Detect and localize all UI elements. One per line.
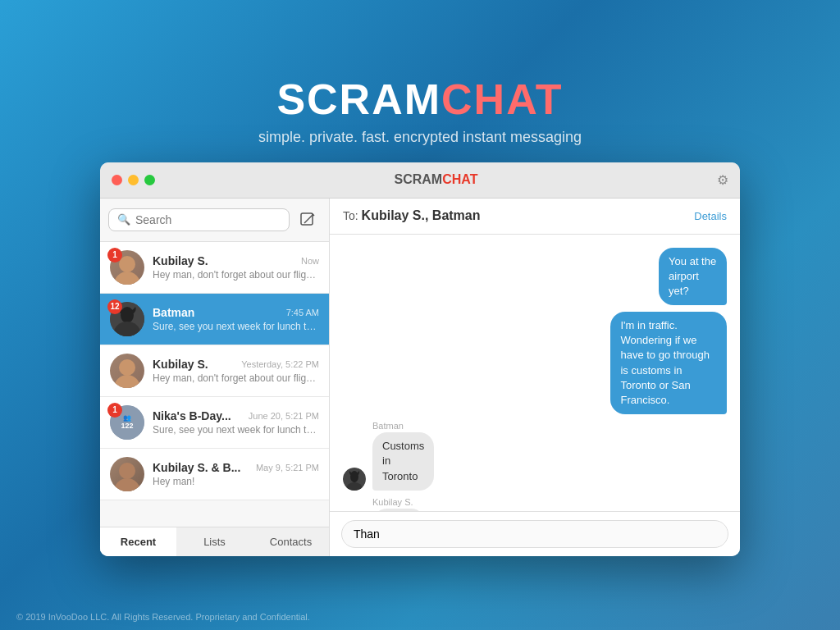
avatar-image — [110, 354, 144, 388]
svg-point-9 — [114, 375, 140, 388]
conversation-time: Yesterday, 5:22 PM — [241, 359, 319, 369]
conversation-item[interactable]: 1 Kubilay S. Now Hey man, don't forget a… — [100, 242, 329, 294]
conversation-header: Nika's B-Day... June 20, 5:21 PM — [153, 409, 319, 422]
svg-point-6 — [121, 307, 134, 323]
chat-header: To: Kubilay S., Batman Details — [330, 199, 740, 235]
chat-input-area — [330, 511, 740, 556]
conversation-body: Batman 7:45 AM Sure, see you next week f… — [153, 306, 319, 332]
conversation-item[interactable]: 👥 122 1 Nika's B-Day... June 20, 5:21 PM… — [100, 397, 329, 449]
app-header: SCRAMCHAT simple. private. fast. encrypt… — [258, 75, 582, 146]
avatar — [110, 457, 144, 491]
unread-badge: 12 — [107, 299, 122, 314]
svg-point-13 — [119, 463, 135, 479]
batman-avatar-icon — [343, 468, 366, 491]
avatar-wrapper — [110, 354, 144, 388]
message-row: Batman Customs in Toronto — [343, 421, 727, 491]
conversation-preview: Sure, see you next week for lunch then, … — [153, 424, 319, 436]
tab-recent[interactable]: Recent — [100, 527, 176, 556]
logo-chat: CHAT — [442, 172, 477, 186]
avatar-wrapper: 👥 122 1 — [110, 405, 144, 440]
message-group: I'm in traffic. Wondering if we have to … — [516, 312, 727, 414]
conversation-name: Kubilay S. — [153, 358, 208, 371]
conversation-name: Nika's B-Day... — [153, 409, 231, 422]
search-input[interactable] — [135, 213, 281, 226]
avatar-image — [110, 457, 144, 491]
title-chat: CHAT — [441, 75, 564, 123]
conversation-header: Kubilay S. & B... May 9, 5:21 PM — [153, 461, 319, 474]
minimize-button[interactable] — [128, 175, 139, 185]
message-row: You at the airport yet? — [343, 248, 727, 306]
conversation-body: Kubilay S. & B... May 9, 5:21 PM Hey man… — [153, 461, 319, 487]
to-label: To: — [343, 209, 362, 222]
message-sender: Kubilay S. — [372, 497, 413, 507]
message-row: Kubilay S. Sweet. Thx brah — [343, 497, 727, 511]
avatar-wrapper: 1 — [110, 250, 144, 285]
message-group: You at the airport yet? — [603, 248, 727, 306]
conversation-preview: Hey man! — [153, 476, 319, 487]
app-window: SCRAMCHAT ⚙ 🔍 — [100, 162, 740, 556]
svg-point-3 — [114, 272, 140, 285]
message-sender: Batman — [372, 421, 404, 431]
svg-point-16 — [350, 471, 358, 482]
compose-button[interactable] — [294, 207, 321, 233]
recipient-names: Kubilay S., Batman — [362, 208, 481, 222]
unread-badge: 1 — [107, 403, 122, 418]
footer-text: © 2019 InVooDoo LLC. All Rights Reserved… — [16, 612, 310, 622]
tab-lists[interactable]: Lists — [176, 527, 253, 556]
message-bubble: I'm in traffic. Wondering if we have to … — [610, 312, 727, 414]
logo-scram: SCRAM — [395, 172, 443, 186]
conversation-body: Kubilay S. Yesterday, 5:22 PM Hey man, d… — [153, 358, 319, 384]
message-bubble: You at the airport yet? — [659, 248, 727, 306]
svg-text:122: 122 — [121, 422, 133, 430]
svg-point-8 — [119, 359, 135, 376]
message-group: Kubilay S. Sweet. Thx brah — [372, 497, 469, 511]
close-button[interactable] — [112, 175, 122, 185]
app-subtitle: simple. private. fast. encrypted instant… — [258, 129, 582, 146]
conversation-list: 1 Kubilay S. Now Hey man, don't forget a… — [100, 242, 329, 527]
conversation-item[interactable]: 12 Batman 7:45 AM Sure, see you next wee… — [100, 294, 329, 345]
chat-recipients: To: Kubilay S., Batman — [343, 208, 481, 223]
conversation-header: Kubilay S. Yesterday, 5:22 PM — [153, 358, 319, 371]
conversation-time: June 20, 5:21 PM — [249, 411, 319, 421]
details-link[interactable]: Details — [694, 210, 727, 222]
settings-icon[interactable]: ⚙ — [717, 172, 728, 188]
maximize-button[interactable] — [144, 175, 155, 185]
chat-area: To: Kubilay S., Batman Details You at th… — [330, 199, 740, 556]
unread-badge: 1 — [107, 248, 122, 262]
conversation-preview: Sure, see you next week for lunch then, … — [153, 321, 319, 332]
svg-point-14 — [114, 478, 140, 491]
compose-icon — [300, 212, 315, 227]
main-content: 🔍 — [100, 199, 740, 556]
svg-text:👥: 👥 — [123, 413, 131, 422]
conversation-preview: Hey man, don't forget about our flight f… — [153, 269, 319, 281]
avatar — [110, 354, 144, 388]
conversation-item[interactable]: Kubilay S. & B... May 9, 5:21 PM Hey man… — [100, 449, 329, 500]
message-avatar — [343, 468, 366, 491]
conversation-time: 7:45 AM — [286, 308, 319, 317]
window-logo: SCRAMCHAT — [155, 172, 717, 187]
avatar-wrapper — [110, 457, 144, 491]
conversation-preview: Hey man, don't forget about our flight f… — [153, 372, 319, 384]
conversation-time: May 9, 5:21 PM — [256, 463, 319, 472]
svg-rect-0 — [301, 213, 313, 225]
conversation-item[interactable]: Kubilay S. Yesterday, 5:22 PM Hey man, d… — [100, 345, 329, 397]
title-bar: SCRAMCHAT ⚙ — [100, 162, 740, 199]
message-row: I'm in traffic. Wondering if we have to … — [343, 312, 727, 414]
sidebar-tabs: Recent Lists Contacts — [100, 527, 329, 556]
chat-input[interactable] — [341, 520, 728, 548]
title-scram: SCRAM — [276, 75, 441, 123]
search-input-wrapper[interactable]: 🔍 — [108, 208, 290, 231]
app-title: SCRAMCHAT — [258, 75, 582, 124]
conversation-name: Kubilay S. — [153, 254, 208, 267]
conversation-name: Kubilay S. & B... — [153, 461, 240, 474]
tab-contacts[interactable]: Contacts — [253, 527, 329, 556]
conversation-body: Kubilay S. Now Hey man, don't forget abo… — [153, 254, 319, 281]
search-icon: 🔍 — [117, 213, 130, 226]
sidebar: 🔍 — [100, 199, 330, 556]
avatar-wrapper: 12 — [110, 302, 144, 336]
conversation-header: Kubilay S. Now — [153, 254, 319, 267]
conversation-body: Nika's B-Day... June 20, 5:21 PM Sure, s… — [153, 409, 319, 436]
conversation-header: Batman 7:45 AM — [153, 306, 319, 319]
conversation-name: Batman — [153, 306, 194, 319]
search-bar: 🔍 — [100, 199, 329, 242]
